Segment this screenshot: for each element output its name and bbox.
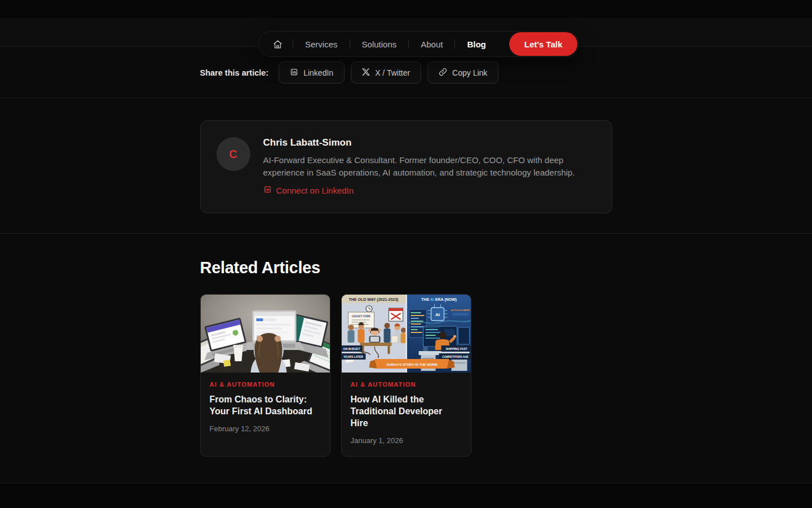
svg-text:YEARS LATER: YEARS LATER: [343, 355, 363, 358]
share-copy-link-button[interactable]: Copy Link: [427, 62, 498, 84]
svg-text:SHIPPING FAST: SHIPPING FAST: [445, 347, 467, 351]
share-x-twitter-button[interactable]: X / Twitter: [351, 62, 421, 84]
article-category: AI & AUTOMATION: [351, 381, 462, 388]
article-card-body: AI & AUTOMATION How AI Killed the Tradit…: [342, 373, 471, 456]
share-linkedin-button[interactable]: LinkedIn: [279, 62, 345, 84]
avatar: C: [217, 137, 250, 171]
home-icon[interactable]: [273, 40, 293, 49]
share-linkedin-label: LinkedIn: [303, 68, 333, 77]
svg-text:LEGACY CODE: LEGACY CODE: [352, 315, 370, 318]
share-x-twitter-label: X / Twitter: [375, 68, 410, 77]
connect-linkedin-link[interactable]: Connect on LinkedIn: [263, 185, 354, 195]
article-card-chaos-to-clarity[interactable]: AI & AUTOMATION From Chaos to Clarity: Y…: [200, 294, 330, 457]
author-card: C Chris Labatt-Simon AI-Forward Executiv…: [200, 120, 612, 213]
connect-linkedin-label: Connect on LinkedIn: [276, 186, 354, 195]
svg-text:THE OLD WAY (2021-2023): THE OLD WAY (2021-2023): [348, 297, 398, 302]
article-title: From Chaos to Clarity: Your First AI Das…: [210, 393, 321, 417]
author-name: Chris Labatt-Simon: [263, 137, 576, 148]
top-strip: [0, 0, 812, 18]
author-bio: AI-Forward Executive & Consultant. Forme…: [263, 154, 576, 179]
nav-item-services[interactable]: Services: [293, 40, 350, 49]
related-articles-list: AI & AUTOMATION From Chaos to Clarity: Y…: [200, 294, 612, 457]
article-category: AI & AUTOMATION: [210, 381, 321, 388]
share-buttons: LinkedIn X / Twitter Copy Link: [279, 62, 498, 84]
article-date: January 1, 2026: [351, 436, 462, 445]
link-icon: [439, 68, 447, 78]
svg-text:ON BUDGET: ON BUDGET: [343, 347, 360, 351]
svg-text:COMPETITORS AHE: COMPETITORS AHE: [442, 356, 469, 358]
footer: [0, 483, 812, 508]
main-nav: Services Solutions About Blog Let's Talk: [258, 31, 579, 57]
lets-talk-button[interactable]: Let's Talk: [509, 32, 577, 56]
article-card-body: AI & AUTOMATION From Chaos to Clarity: Y…: [201, 373, 330, 444]
share-label: Share this article:: [200, 68, 269, 77]
linkedin-icon: [290, 68, 298, 78]
author-info: Chris Labatt-Simon AI-Forward Executive …: [263, 137, 576, 196]
linkedin-icon: [263, 185, 272, 195]
svg-text:SARAH'S STORY IS THE NORM: SARAH'S STORY IS THE NORM: [386, 363, 437, 366]
nav-item-about[interactable]: About: [409, 40, 454, 49]
related-articles-heading: Related Articles: [200, 259, 612, 277]
svg-text:AI TOOLS WEEK: AI TOOLS WEEK: [451, 309, 469, 312]
article-image-chaos: [201, 295, 330, 373]
svg-text:THE AI ERA (NOW): THE AI ERA (NOW): [421, 297, 457, 302]
x-twitter-icon: [362, 68, 370, 77]
share-copy-link-label: Copy Link: [452, 68, 487, 77]
nav-item-solutions[interactable]: Solutions: [350, 40, 409, 49]
article-date: February 12, 2026: [210, 424, 321, 433]
nav-item-blog[interactable]: Blog: [455, 40, 497, 49]
svg-text:AI: AI: [435, 312, 440, 317]
article-image-comic: THE OLD WAY (2021-2023) LEGACY CODE: [342, 295, 471, 373]
article-title: How AI Killed the Traditional Developer …: [351, 393, 462, 429]
article-card-ai-killed-developer-hire[interactable]: THE OLD WAY (2021-2023) LEGACY CODE: [341, 294, 471, 457]
